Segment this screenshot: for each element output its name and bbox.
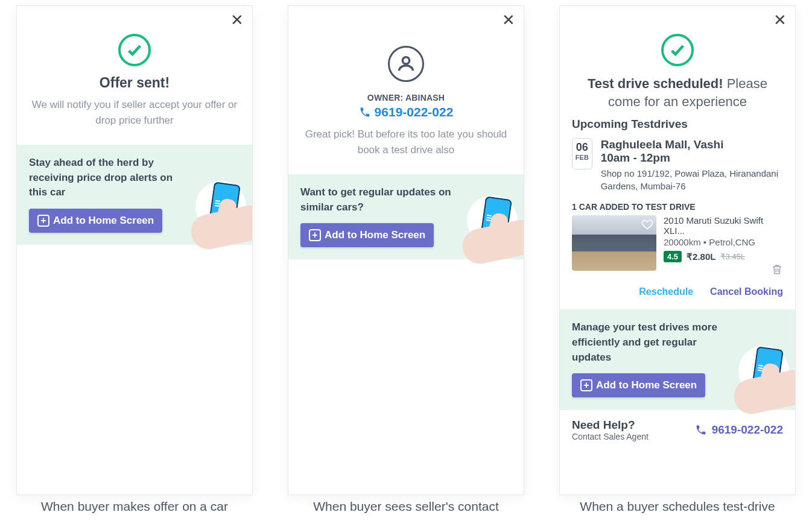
phone-illustration: ✓ (451, 193, 524, 259)
add-to-home-label: Add to Home Screen (325, 229, 425, 241)
address: Shop no 191/192, Powai Plaza, Hiranandan… (601, 167, 783, 192)
offer-sent-screen: ✕ Offer sent! We will notify you if sell… (17, 6, 252, 514)
car-sub: 20000km • Petrol,CNG (664, 237, 783, 247)
phone-icon (359, 106, 371, 118)
title-bold: Test drive scheduled! (588, 76, 723, 91)
banner-text: Stay ahead of the herd by receiving pric… (29, 156, 186, 200)
contact-subtitle: Great pick! But before its too late you … (303, 127, 509, 157)
caption: When buyer sees seller's contact (313, 499, 498, 514)
success-check-icon (118, 34, 151, 66)
cancel-booking-link[interactable]: Cancel Booking (710, 286, 783, 297)
offer-sent-card: ✕ Offer sent! We will notify you if sell… (17, 6, 252, 494)
success-check-icon (661, 34, 694, 66)
add-to-home-label: Add to Home Screen (596, 379, 697, 391)
test-drive-screen: ✕ Test drive scheduled! Please come for … (560, 6, 795, 514)
help-title: Need Help? (572, 418, 649, 432)
seller-contact-card: ✕ OWNER: ABINASH 9619-022-022 Great pick… (288, 6, 524, 494)
help-phone-link[interactable]: 9619-022-022 (695, 423, 783, 437)
date-day: 06 (573, 141, 592, 154)
plus-icon: + (37, 215, 49, 227)
car-name: 2010 Maruti Suzuki Swift XLI... (664, 215, 783, 236)
car-item: 2010 Maruti Suzuki Swift XLI... 20000km … (560, 215, 795, 274)
delete-car-button[interactable] (771, 264, 783, 278)
car-price: ₹2.80L (687, 251, 715, 262)
test-drive-card: ✕ Test drive scheduled! Please come for … (560, 6, 795, 494)
car-price-old: ₹3.45L (720, 252, 745, 261)
location-name: Raghuleela Mall, Vashi (601, 138, 783, 151)
banner-text: Want to get regular updates on similar c… (300, 185, 457, 215)
heart-icon[interactable] (641, 218, 654, 231)
user-avatar-icon (388, 46, 424, 82)
add-to-home-button[interactable]: + Add to Home Screen (300, 223, 434, 247)
help-sub: Contact Sales Agent (572, 432, 649, 441)
offer-sent-title: Offer sent! (31, 75, 238, 91)
plus-icon: + (309, 229, 321, 241)
owner-phone-link[interactable]: 9619-022-022 (359, 105, 454, 119)
pwa-banner: Stay ahead of the herd by receiving pric… (17, 145, 252, 245)
phone-icon (695, 424, 707, 436)
help-section: Need Help? Contact Sales Agent 9619-022-… (560, 409, 795, 450)
reschedule-link[interactable]: Reschedule (639, 286, 693, 297)
banner-text: Manage your test drives more efficiently… (572, 320, 729, 365)
svg-point-0 (402, 57, 409, 64)
testdrive-slot: 06 FEB Raghuleela Mall, Vashi 10am - 12p… (560, 134, 795, 197)
close-icon[interactable]: ✕ (502, 12, 515, 28)
offer-sent-subtitle: We will notify you if seller accept your… (31, 97, 238, 128)
pwa-banner: Want to get regular updates on similar c… (288, 174, 524, 259)
caption: When a buyer schedules test-drive (580, 499, 775, 514)
owner-phone: 9619-022-022 (375, 105, 454, 119)
upcoming-section-title: Upcoming Testdrives (560, 110, 795, 134)
help-phone-number: 9619-022-022 (712, 423, 783, 437)
date-month: FEB (573, 154, 592, 161)
caption: When buyer makes offer on a car (41, 499, 228, 514)
pwa-banner: Manage your test drives more efficiently… (560, 309, 795, 409)
trash-icon (771, 264, 783, 276)
add-to-home-label: Add to Home Screen (53, 215, 154, 227)
owner-label: OWNER: ABINASH (303, 93, 509, 103)
close-icon[interactable]: ✕ (230, 12, 244, 28)
car-added-label: 1 CAR ADDED TO TEST DRIVE (560, 197, 795, 215)
car-rating: 4.5 (664, 251, 682, 262)
phone-illustration: ✓ (180, 178, 252, 245)
date-badge: 06 FEB (572, 138, 592, 169)
phone-illustration: ✓ (723, 343, 795, 409)
add-to-home-button[interactable]: + Add to Home Screen (29, 209, 162, 233)
booking-actions: Reschedule Cancel Booking (560, 274, 795, 303)
seller-contact-screen: ✕ OWNER: ABINASH 9619-022-022 Great pick… (288, 6, 524, 514)
car-thumbnail[interactable] (572, 215, 656, 271)
test-drive-title: Test drive scheduled! Please come for an… (574, 75, 781, 110)
close-icon[interactable]: ✕ (773, 12, 787, 28)
plus-icon: + (580, 379, 592, 391)
add-to-home-button[interactable]: + Add to Home Screen (572, 373, 705, 397)
time-slot: 10am - 12pm (601, 151, 783, 165)
